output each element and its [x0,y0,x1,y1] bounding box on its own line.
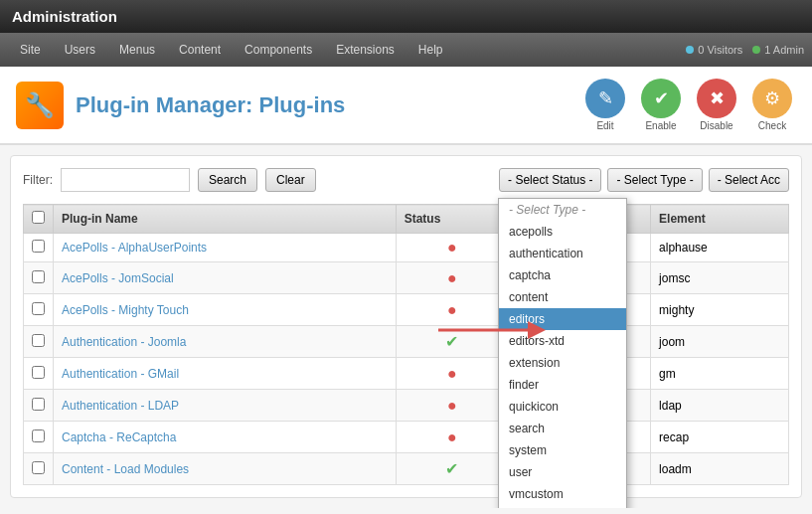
plugin-name-cell[interactable]: Captcha - ReCaptcha [54,422,397,453]
element-cell: loadm [651,453,789,485]
dropdown-item[interactable]: content [499,286,626,308]
admin-info: 1 Admin [752,44,804,56]
dropdown-item[interactable]: authentication [499,243,626,264]
element-cell: gm [651,358,789,390]
select-all-checkbox[interactable] [32,211,45,224]
admin-bar: Administration [0,0,812,33]
nav-users[interactable]: Users [53,33,107,67]
nav-menus[interactable]: Menus [107,33,167,67]
row-checkbox[interactable] [32,270,45,283]
check-icon: ⚙ [752,79,792,118]
plugin-icon: 🔧 [16,82,64,129]
plugin-name-cell[interactable]: Authentication - Joomla [54,326,397,358]
row-checkbox[interactable] [32,334,45,347]
status-cell[interactable]: ● [396,294,508,326]
element-cell: recap [651,422,789,453]
admin-count: 1 Admin [764,44,804,56]
disable-icon: ✖ [697,79,736,118]
status-icon[interactable]: ● [447,239,457,256]
enable-button[interactable]: ✔ Enable [637,79,685,131]
nav-extensions[interactable]: Extensions [324,33,406,67]
status-icon[interactable]: ● [447,269,457,286]
dropdown-item[interactable]: editors-xtd [499,330,626,352]
nav-content[interactable]: Content [167,33,233,67]
status-icon[interactable]: ✔ [445,460,458,477]
type-dropdown-menu[interactable]: - Select Type -acepollsauthenticationcap… [498,198,627,508]
check-button[interactable]: ⚙ Check [748,79,796,131]
admin-dot [752,46,760,54]
dropdown-item[interactable]: extension [499,352,626,374]
status-cell[interactable]: ✔ [396,453,508,485]
col-element: Element [651,205,789,234]
dropdown-item[interactable]: user [499,461,626,483]
search-button[interactable]: Search [198,168,257,192]
plugin-name-cell[interactable]: AcePolls - Mighty Touch [54,294,397,326]
dropdown-item[interactable]: search [499,418,626,439]
nav-site[interactable]: Site [8,33,53,67]
check-label: Check [758,120,786,131]
dropdown-item[interactable]: finder [499,374,626,396]
toolbar: ✎ Edit ✔ Enable ✖ Disable ⚙ Check [581,79,796,131]
plugin-name-cell[interactable]: AcePolls - JomSocial [54,262,397,294]
status-cell[interactable]: ✔ [396,326,508,358]
plugin-name-cell[interactable]: Content - Load Modules [54,453,397,485]
clear-button[interactable]: Clear [265,168,316,192]
select-type-dropdown[interactable]: - Select Type - [607,168,702,192]
table-row: AcePolls - AlphaUserPoints●alphause [24,234,789,262]
status-cell[interactable]: ● [396,422,508,453]
plugins-table: Plug-in Name Status Ordering Element Ace… [23,204,789,485]
select-access-dropdown[interactable]: - Select Acc [709,168,789,192]
nav-help[interactable]: Help [406,33,455,67]
plugin-name-cell[interactable]: AcePolls - AlphaUserPoints [54,234,397,262]
status-icon[interactable]: ● [447,397,457,414]
row-checkbox[interactable] [32,366,45,379]
dropdown-item[interactable]: editors [499,308,626,330]
status-icon[interactable]: ● [447,301,457,318]
nav-bar: Site Users Menus Content Components Exte… [0,33,812,67]
filter-bar: Filter: Search Clear - Select Status - -… [23,168,789,192]
dropdown-item[interactable]: captcha [499,264,626,286]
dropdown-item[interactable]: vmpayment [499,505,626,508]
dropdown-item[interactable]: quickicon [499,396,626,418]
status-cell[interactable]: ● [396,262,508,294]
admin-title: Administration [12,8,117,25]
nav-components[interactable]: Components [233,33,324,67]
page-title: Plug-in Manager: Plug-ins [76,92,345,118]
filter-right: - Select Status - - Select Type - - Sele… [499,168,789,192]
status-cell[interactable]: ● [396,390,508,422]
edit-icon: ✎ [585,79,625,118]
status-cell[interactable]: ● [396,358,508,390]
element-cell: jomsc [651,262,789,294]
row-checkbox[interactable] [32,398,45,411]
edit-button[interactable]: ✎ Edit [581,79,629,131]
table-row: AcePolls - JomSocial●jomsc [24,262,789,294]
dropdown-item[interactable]: acepolls [499,221,626,243]
element-cell: joom [651,326,789,358]
plugin-name-cell[interactable]: Authentication - LDAP [54,390,397,422]
nav-right-info: 0 Visitors 1 Admin [686,44,804,56]
status-icon[interactable]: ✔ [445,333,458,350]
row-checkbox[interactable] [32,461,45,474]
dropdown-item[interactable]: - Select Type - [499,199,626,221]
col-status[interactable]: Status [396,205,508,234]
dropdown-item[interactable]: vmcustom [499,483,626,505]
select-status-dropdown[interactable]: - Select Status - [499,168,601,192]
element-cell: ldap [651,390,789,422]
col-checkbox[interactable] [24,205,54,234]
table-row: Authentication - Joomla✔joom [24,326,789,358]
col-plugin-name[interactable]: Plug-in Name [54,205,397,234]
row-checkbox[interactable] [32,240,45,253]
enable-label: Enable [645,120,676,131]
row-checkbox[interactable] [32,302,45,315]
row-checkbox[interactable] [32,429,45,442]
element-cell: alphause [651,234,789,262]
table-row: Captcha - ReCaptcha●recap [24,422,789,453]
status-icon[interactable]: ● [447,428,457,445]
dropdown-item[interactable]: system [499,439,626,461]
plugin-name-cell[interactable]: Authentication - GMail [54,358,397,390]
table-row: Authentication - GMail●gm [24,358,789,390]
status-icon[interactable]: ● [447,365,457,382]
disable-button[interactable]: ✖ Disable [693,79,740,131]
status-cell[interactable]: ● [396,234,508,262]
filter-input[interactable] [61,168,190,192]
